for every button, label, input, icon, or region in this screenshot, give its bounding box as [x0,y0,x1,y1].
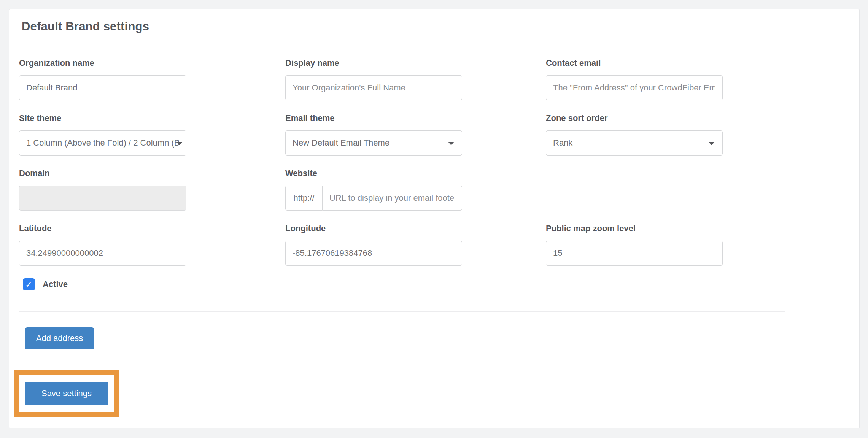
active-checkbox-row: Active [23,278,859,290]
form-row-1: Organization name Display name Contact e… [9,58,859,100]
chevron-down-icon [176,142,183,145]
active-checkbox[interactable] [23,278,35,290]
email-theme-selected-value: New Default Email Theme [293,138,455,148]
field-zone-sort-order: Zone sort order Rank [546,113,723,156]
add-address-button[interactable]: Add address [25,327,94,349]
default-brand-settings-card: Default Brand settings Organization name… [9,9,860,428]
form-row-4: Latitude Longitude Public map zoom level [9,223,859,266]
chevron-down-icon [709,142,715,145]
latitude-input[interactable] [19,241,186,266]
website-input-group: http:// [285,186,462,211]
field-website: Website http:// [285,168,462,211]
divider [19,311,785,312]
form-row-3: Domain Website http:// [9,168,859,211]
chevron-down-icon [448,142,454,145]
page-title: Default Brand settings [22,20,149,33]
zone-sort-order-selected-value: Rank [553,138,715,148]
email-theme-label: Email theme [285,113,462,124]
site-theme-label: Site theme [19,113,186,124]
organization-name-input[interactable] [19,75,186,100]
panel-header: Default Brand settings [9,9,859,44]
organization-name-label: Organization name [19,58,186,68]
zone-sort-order-select[interactable]: Rank [546,130,723,156]
field-contact-email: Contact email [546,58,723,100]
panel-body: Organization name Display name Contact e… [9,44,859,417]
divider [19,364,785,364]
field-public-map-zoom-level: Public map zoom level [546,223,723,266]
display-name-input[interactable] [285,75,462,100]
field-display-name: Display name [285,58,462,100]
website-label: Website [285,168,462,179]
contact-email-input[interactable] [546,75,723,100]
domain-input [19,186,186,211]
field-longitude: Longitude [285,223,462,266]
latitude-label: Latitude [19,223,186,234]
check-icon [25,278,33,290]
field-email-theme: Email theme New Default Email Theme [285,113,462,156]
empty-cell [546,168,723,211]
longitude-input[interactable] [285,241,462,266]
field-site-theme: Site theme 1 Column (Above the Fold) / 2… [19,113,186,156]
url-prefix-addon: http:// [285,186,322,211]
field-latitude: Latitude [19,223,186,266]
longitude-label: Longitude [285,223,462,234]
active-checkbox-label: Active [43,279,68,289]
email-theme-select[interactable]: New Default Email Theme [285,130,462,156]
public-map-zoom-level-label: Public map zoom level [546,223,723,234]
domain-label: Domain [19,168,186,179]
display-name-label: Display name [285,58,462,68]
website-input[interactable] [322,186,462,211]
field-domain: Domain [19,168,186,211]
field-organization-name: Organization name [19,58,186,100]
save-settings-button[interactable]: Save settings [25,382,108,405]
site-theme-select[interactable]: 1 Column (Above the Fold) / 2 Column (Be… [19,130,186,156]
public-map-zoom-level-input[interactable] [546,241,723,266]
zone-sort-order-label: Zone sort order [546,113,723,124]
contact-email-label: Contact email [546,58,723,68]
site-theme-selected-value: 1 Column (Above the Fold) / 2 Column (Be… [26,138,179,148]
form-row-2: Site theme 1 Column (Above the Fold) / 2… [9,113,859,156]
annotation-highlight-box: Save settings [14,370,119,417]
